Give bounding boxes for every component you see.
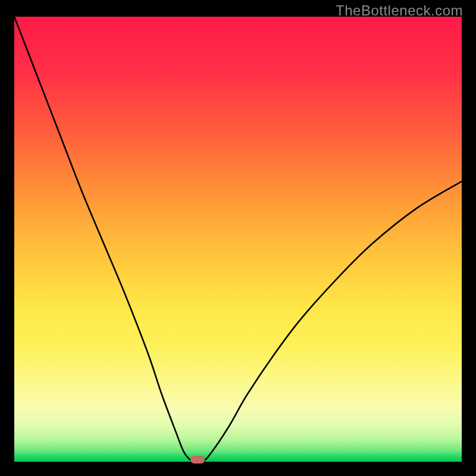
bottleneck-chart bbox=[14, 17, 462, 462]
bottleneck-curve bbox=[14, 17, 462, 462]
optimal-point-marker bbox=[190, 456, 205, 464]
